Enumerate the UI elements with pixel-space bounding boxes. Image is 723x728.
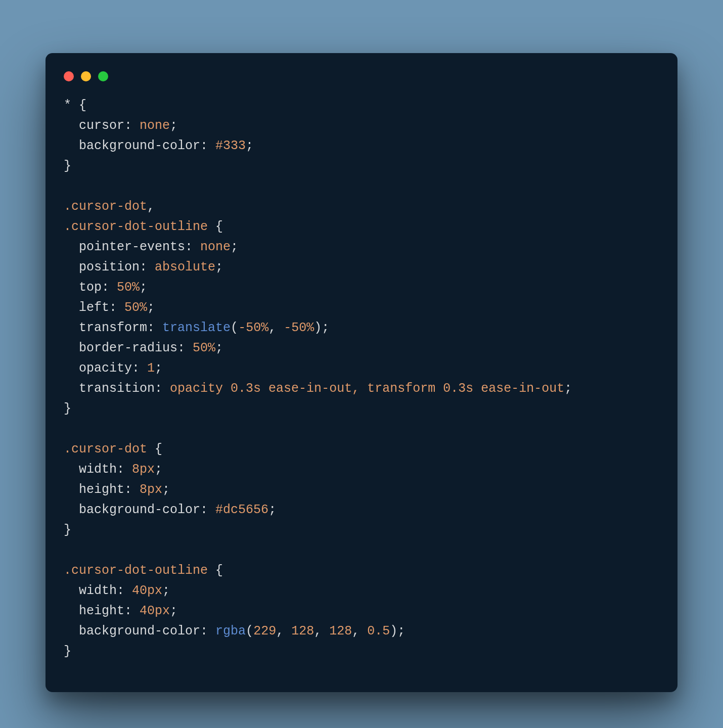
brace-open: { xyxy=(155,442,162,457)
css-prop: background-color xyxy=(79,139,200,153)
css-arg: -50% xyxy=(284,321,314,335)
css-value: 8px xyxy=(132,462,155,477)
colon: : xyxy=(109,300,117,315)
css-selector: .cursor-dot xyxy=(64,442,147,457)
css-prop: transform xyxy=(79,321,147,335)
brace-open: { xyxy=(215,563,223,578)
comma: , xyxy=(314,624,329,639)
colon: : xyxy=(140,260,147,275)
selector-star: * xyxy=(64,98,71,113)
brace-open: { xyxy=(79,98,86,113)
css-prop: transition xyxy=(79,381,155,396)
semicolon: ; xyxy=(215,260,223,275)
semicolon: ; xyxy=(155,462,162,477)
css-value: none xyxy=(140,118,170,133)
comma: , xyxy=(352,624,367,639)
css-arg: 229 xyxy=(253,624,276,639)
colon: : xyxy=(124,604,132,618)
paren-open: ( xyxy=(231,321,238,335)
css-prop: background-color xyxy=(79,624,200,639)
comma: , xyxy=(147,199,155,214)
paren-close: ) xyxy=(390,624,397,639)
comma: , xyxy=(276,624,291,639)
colon: : xyxy=(177,341,185,355)
paren-open: ( xyxy=(246,624,253,639)
zoom-icon[interactable] xyxy=(98,71,108,81)
colon: : xyxy=(132,361,140,376)
colon: : xyxy=(200,503,208,517)
semicolon: ; xyxy=(231,240,238,254)
code-editor[interactable]: * { cursor: none; background-color: #333… xyxy=(64,96,659,662)
css-prop: width xyxy=(79,583,117,598)
semicolon: ; xyxy=(397,624,405,639)
semicolon: ; xyxy=(162,583,170,598)
semicolon: ; xyxy=(215,341,223,355)
css-value: #dc5656 xyxy=(215,503,268,517)
css-value: none xyxy=(200,240,231,254)
colon: : xyxy=(117,583,124,598)
css-arg: 128 xyxy=(291,624,314,639)
css-prop: opacity xyxy=(79,361,132,376)
colon: : xyxy=(102,280,109,295)
semicolon: ; xyxy=(564,381,572,396)
css-arg: 128 xyxy=(329,624,352,639)
paren-close: ) xyxy=(314,321,322,335)
brace-close: } xyxy=(64,159,71,173)
semicolon: ; xyxy=(162,482,170,497)
close-icon[interactable] xyxy=(64,71,74,81)
code-window: * { cursor: none; background-color: #333… xyxy=(46,53,677,692)
css-prop: width xyxy=(79,462,117,477)
css-func: rgba xyxy=(215,624,246,639)
css-prop: border-radius xyxy=(79,341,177,355)
colon: : xyxy=(155,381,162,396)
semicolon: ; xyxy=(147,300,155,315)
css-func: translate xyxy=(162,321,231,335)
css-prop: left xyxy=(79,300,109,315)
css-selector: .cursor-dot xyxy=(64,199,147,214)
css-value: absolute xyxy=(155,260,215,275)
css-value: #333 xyxy=(215,139,246,153)
css-value: 50% xyxy=(193,341,215,355)
css-value: 40px xyxy=(140,604,170,618)
css-value: 8px xyxy=(140,482,162,497)
colon: : xyxy=(200,624,208,639)
colon: : xyxy=(124,118,132,133)
css-prop: background-color xyxy=(79,503,200,517)
colon: : xyxy=(117,462,124,477)
css-arg: 0.5 xyxy=(367,624,390,639)
css-prop: pointer-events xyxy=(79,240,185,254)
colon: : xyxy=(200,139,208,153)
css-value: 50% xyxy=(117,280,140,295)
semicolon: ; xyxy=(322,321,329,335)
css-value: 1 xyxy=(147,361,155,376)
css-arg: -50% xyxy=(238,321,268,335)
brace-close: } xyxy=(64,523,71,537)
brace-close: } xyxy=(64,644,71,659)
minimize-icon[interactable] xyxy=(81,71,91,81)
semicolon: ; xyxy=(246,139,253,153)
brace-open: { xyxy=(215,219,223,234)
css-value: 50% xyxy=(124,300,147,315)
css-prop: height xyxy=(79,604,124,618)
css-value: opacity 0.3s ease-in-out, transform 0.3s… xyxy=(170,381,564,396)
semicolon: ; xyxy=(170,118,177,133)
semicolon: ; xyxy=(140,280,147,295)
semicolon: ; xyxy=(155,361,162,376)
semicolon: ; xyxy=(170,604,177,618)
colon: : xyxy=(147,321,155,335)
brace-close: } xyxy=(64,401,71,416)
css-selector: .cursor-dot-outline xyxy=(64,219,208,234)
colon: : xyxy=(124,482,132,497)
traffic-lights xyxy=(64,71,659,81)
css-prop: top xyxy=(79,280,102,295)
css-selector: .cursor-dot-outline xyxy=(64,563,208,578)
semicolon: ; xyxy=(268,503,276,517)
stage: * { cursor: none; background-color: #333… xyxy=(0,0,723,728)
colon: : xyxy=(185,240,193,254)
css-prop: height xyxy=(79,482,124,497)
css-value: 40px xyxy=(132,583,162,598)
css-prop: cursor xyxy=(79,118,124,133)
comma: , xyxy=(268,321,284,335)
css-prop: position xyxy=(79,260,140,275)
